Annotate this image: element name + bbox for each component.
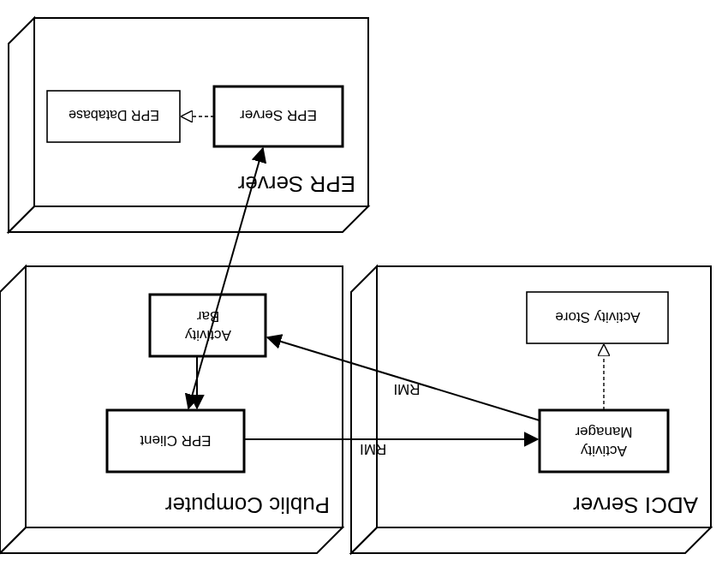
svg-marker-1 — [351, 527, 711, 553]
public-computer-title: Public Computer — [164, 492, 330, 518]
activity-manager-label-2: Manager — [575, 424, 632, 440]
adci-server-box: ADCI Server Activity Manager Activity St… — [351, 266, 711, 553]
edge-mgr-to-bar-label: RMI — [393, 381, 420, 397]
epr-database-label: EPR Database — [69, 108, 159, 122]
activity-manager-label-1: Activity — [581, 443, 627, 459]
public-computer-box: Public Computer EPR Client Activity Bar — [0, 266, 343, 553]
svg-marker-11 — [9, 206, 368, 232]
activity-store-label: Activity Store — [555, 309, 640, 325]
diagram-stage: ADCI Server Activity Manager Activity St… — [0, 0, 728, 566]
architecture-diagram: ADCI Server Activity Manager Activity St… — [0, 0, 728, 566]
svg-marker-2 — [351, 266, 377, 553]
epr-server-label: EPR Server — [240, 107, 317, 123]
edge-client-to-mgr-label: RMI — [360, 441, 386, 457]
svg-rect-9 — [150, 295, 266, 356]
activity-bar-node: Activity Bar — [150, 295, 266, 356]
epr-client-node: EPR Client — [107, 410, 244, 472]
svg-marker-12 — [9, 18, 34, 232]
svg-rect-3 — [540, 410, 668, 472]
activity-store-node: Activity Store — [527, 292, 668, 343]
svg-marker-7 — [0, 266, 26, 553]
epr-client-label: EPR Client — [140, 432, 211, 449]
epr-server-node: EPR Server — [214, 86, 343, 146]
svg-marker-6 — [0, 527, 343, 553]
activity-manager-node: Activity Manager — [540, 410, 668, 472]
epr-database-node: EPR Database — [47, 91, 180, 142]
epr-server-group-box: EPR Server EPR Server EPR Database — [9, 18, 368, 232]
adci-server-title: ADCI Server — [573, 492, 698, 518]
